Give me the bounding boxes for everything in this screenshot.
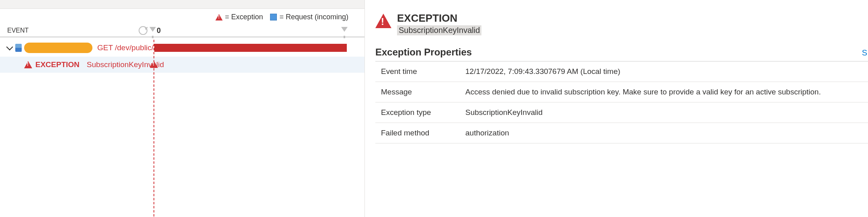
legend-exception-label: = Exception	[225, 13, 263, 21]
request-duration-bar	[154, 44, 347, 52]
legend-request: = Request (incoming)	[270, 13, 348, 21]
properties-heading: Exception Properties S	[375, 47, 868, 58]
property-row: Event time 12/17/2022, 7:09:43.3307679 A…	[375, 61, 868, 82]
exception-triangle-icon	[215, 14, 223, 20]
detail-subtitle: SubscriptionKeyInvalid	[397, 25, 481, 35]
exception-row-label: EXCEPTION	[35, 60, 80, 69]
property-row: Failed method authorization	[375, 123, 868, 143]
exception-row[interactable]: EXCEPTION SubscriptionKeyInvalid	[0, 57, 364, 73]
timeline-header: EVENT 0	[0, 25, 364, 37]
property-row: Message Access denied due to invalid sub…	[375, 82, 868, 102]
timeline-body: GET /dev/public/ EXCEPTION SubscriptionK…	[0, 40, 364, 73]
exception-icon	[24, 61, 32, 68]
detail-panel: EXCEPTION SubscriptionKeyInvalid Excepti…	[365, 0, 868, 217]
properties-heading-text: Exception Properties	[375, 47, 472, 58]
property-key: Exception type	[381, 108, 465, 117]
property-key: Failed method	[381, 129, 465, 137]
toolbar-strip	[0, 0, 364, 9]
detail-title: EXCEPTION	[397, 12, 481, 25]
chevron-down-icon[interactable]	[6, 44, 13, 51]
timeline-panel: = Exception = Request (incoming) EVENT 0…	[0, 0, 365, 217]
property-key: Message	[381, 88, 465, 96]
property-row: Exception type SubscriptionKeyInvalid	[375, 102, 868, 123]
detail-header: EXCEPTION SubscriptionKeyInvalid	[375, 12, 868, 35]
time-zero-label: 0	[157, 27, 161, 35]
property-key: Event time	[381, 67, 465, 76]
property-value: 12/17/2022, 7:09:43.3307679 AM (Local ti…	[465, 67, 866, 76]
exception-large-icon	[375, 14, 391, 28]
property-value: SubscriptionKeyInvalid	[465, 108, 866, 117]
redacted-host	[24, 43, 92, 53]
request-row[interactable]: GET /dev/public/	[0, 40, 364, 56]
properties-table: Event time 12/17/2022, 7:09:43.3307679 A…	[375, 61, 868, 143]
filter-left-icon[interactable]	[149, 27, 156, 32]
reset-icon[interactable]	[139, 26, 147, 35]
legend: = Exception = Request (incoming)	[0, 9, 364, 25]
request-square-icon	[270, 14, 277, 20]
exception-marker-icon	[150, 61, 158, 68]
request-path: GET /dev/public/	[97, 43, 154, 52]
property-value: authorization	[465, 129, 866, 137]
server-icon	[15, 44, 22, 52]
event-column-header: EVENT	[7, 27, 138, 34]
detail-link[interactable]: S	[862, 48, 868, 57]
legend-exception: = Exception	[215, 13, 263, 21]
legend-request-label: = Request (incoming)	[279, 13, 348, 21]
filter-right-icon[interactable]	[341, 27, 348, 32]
property-value: Access denied due to invalid subscriptio…	[465, 88, 866, 96]
